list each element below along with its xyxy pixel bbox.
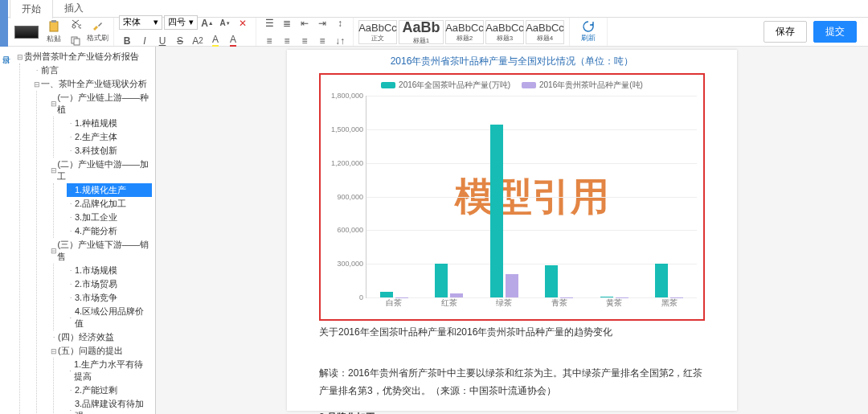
outline-node[interactable]: ⊟一、茶叶全产业链现状分析: [33, 77, 152, 91]
outline-node-label: 2.品牌化加工: [75, 198, 126, 210]
grow-font-button[interactable]: A▲: [199, 15, 215, 31]
outline-node-label: 3.市场竞争: [75, 292, 117, 304]
outline-node[interactable]: ·(四）经济效益: [50, 330, 152, 344]
section-heading-2: 2.品牌化加工: [319, 411, 705, 414]
paste-button[interactable]: 粘贴: [43, 20, 65, 44]
line-spacing-button[interactable]: ↕: [332, 15, 348, 31]
outline-node-label: 2.生产主体: [75, 131, 117, 143]
collapse-icon: ⊟: [33, 80, 41, 88]
bar: [435, 264, 448, 297]
save-button[interactable]: 保存: [764, 21, 807, 43]
document-page: 2016年贵州省茶叶品种产量与全国对比情况（单位：吨） 2016年全国茶叶品种产…: [287, 50, 737, 411]
style-label: 正文: [371, 34, 384, 43]
outline-node-label: 4.产能分析: [75, 225, 117, 237]
cut-button[interactable]: [68, 15, 84, 31]
outline-node[interactable]: ·前言: [33, 64, 152, 77]
style-preview: AaBbCc: [445, 22, 484, 34]
outline-node[interactable]: ·3.加工企业: [67, 211, 152, 224]
y-axis-tick-label: 600,000: [326, 226, 363, 234]
outline-node-label: (三）产业链下游——销售: [57, 239, 152, 263]
outline-node[interactable]: ·1.规模化生产: [67, 183, 152, 197]
outline-node[interactable]: ·2.市场贸易: [67, 277, 152, 291]
chevron-down-icon: ▾: [154, 17, 158, 27]
bar-group: [587, 96, 642, 297]
preview-swatch: [14, 26, 39, 39]
clipboard-icon: [47, 20, 60, 33]
x-axis-tick-label: 红茶: [441, 297, 457, 309]
style-label: 标题4: [537, 34, 553, 43]
font-size-select[interactable]: 四号▾: [164, 15, 198, 30]
outline-node[interactable]: ⊟(三）产业链下游——销售: [50, 238, 152, 264]
bullet-icon: ·: [67, 294, 75, 301]
bar: [545, 265, 558, 297]
outline-node-label: 1.规模化生产: [75, 184, 126, 196]
submit-button[interactable]: 提交: [813, 21, 857, 43]
workspace: 目录 ⊟贵州普茶叶全产业链分析报告·前言⊟一、茶叶全产业链现状分析⊟(一）产业链…: [0, 47, 868, 414]
style-preview: AaBbCc: [358, 22, 397, 34]
bullet-icon: ·: [67, 120, 75, 127]
numbering-button[interactable]: ≣: [279, 15, 295, 31]
chart-title: 2016年贵州省茶叶品种产量与全国对比情况（单位：吨）: [319, 55, 705, 68]
style-h1[interactable]: AaBb标题1: [399, 20, 444, 44]
bullet-icon: ·: [67, 367, 74, 375]
bar: [506, 274, 518, 297]
outline-node-label: (一）产业链上游——种植: [57, 92, 152, 116]
outline-node-label: 3.加工企业: [75, 211, 117, 223]
outline-node[interactable]: ⊟(五）问题的提出: [50, 344, 152, 358]
style-h3[interactable]: AaBbCc标题3: [485, 20, 524, 44]
outline-node[interactable]: ·1.市场规模: [67, 264, 152, 277]
clear-format-button[interactable]: ✕: [235, 15, 251, 31]
clipboard-group: 粘贴 格式刷: [10, 18, 114, 46]
style-label: 标题1: [413, 36, 429, 45]
chevron-down-icon: ▾: [189, 17, 194, 27]
outline-node[interactable]: ·3.市场竞争: [67, 291, 152, 305]
y-axis-tick-label: 300,000: [326, 260, 363, 268]
ribbon: 粘贴 格式刷 宋体▾ 四号▾ A▲ A▼ ✕ B I U S A2: [0, 18, 868, 47]
outline-node[interactable]: ·1.种植规模: [67, 117, 152, 130]
style-body[interactable]: AaBbCc正文: [358, 20, 397, 44]
outline-node[interactable]: ·4.区域公用品牌价值: [67, 305, 152, 330]
legend-item-guizhou: 2016年贵州茶叶品种产量(吨): [522, 80, 643, 91]
y-axis-tick-label: 900,000: [326, 193, 363, 201]
brush-icon: [92, 21, 103, 32]
outdent-button[interactable]: ⇤: [297, 15, 313, 31]
copy-icon: [70, 35, 81, 47]
outline-node[interactable]: ·4.产能分析: [67, 224, 152, 238]
outline-node[interactable]: ⊟(一）产业链上游——种植: [50, 91, 152, 117]
x-axis-tick-label: 黑茶: [661, 297, 678, 309]
outline-node-label: 3.品牌建设有待加强: [75, 398, 152, 414]
refresh-button[interactable]: 刷新: [575, 20, 602, 43]
bars-layer: [366, 96, 697, 297]
document-stage[interactable]: 2016年贵州省茶叶品种产量与全国对比情况（单位：吨） 2016年全国茶叶品种产…: [156, 47, 868, 414]
outline-node[interactable]: ·3.科技创新: [67, 144, 152, 158]
collapse-icon: ⊟: [50, 247, 57, 255]
bullet-icon: ·: [67, 214, 75, 221]
outline-node[interactable]: ·2.生产主体: [67, 130, 152, 144]
legend-label: 2016年贵州茶叶品种产量(吨): [539, 80, 643, 91]
outline-node[interactable]: ·2.品牌化加工: [67, 197, 152, 211]
document-outline-tree: ⊟贵州普茶叶全产业链分析报告·前言⊟一、茶叶全产业链现状分析⊟(一）产业链上游—…: [11, 47, 155, 414]
outline-panel[interactable]: 目录 ⊟贵州普茶叶全产业链分析报告·前言⊟一、茶叶全产业链现状分析⊟(一）产业链…: [0, 47, 156, 414]
style-label: 标题3: [497, 34, 513, 43]
outline-node[interactable]: ·2.产能过剩: [67, 383, 152, 397]
font-family-select[interactable]: 宋体▾: [119, 15, 162, 30]
bullet-icon: ·: [33, 67, 41, 74]
style-h2[interactable]: AaBbCc标题2: [445, 20, 484, 44]
outline-node[interactable]: ⊟贵州普茶叶全产业链分析报告: [16, 50, 152, 64]
bullets-button[interactable]: ☰: [261, 15, 277, 31]
outline-node-label: 贵州普茶叶全产业链分析报告: [24, 51, 139, 63]
outline-node[interactable]: ·1.生产力水平有待提高: [67, 358, 152, 383]
shrink-font-button[interactable]: A▼: [217, 15, 233, 31]
outline-node-label: 1.生产力水平有待提高: [74, 359, 152, 383]
bar: [450, 293, 463, 297]
style-h4[interactable]: AaBbCc标题4: [526, 20, 564, 44]
outline-node-label: 2.产能过剩: [75, 384, 117, 396]
tab-start[interactable]: 开始: [10, 0, 53, 18]
format-painter-button[interactable]: 格式刷: [86, 20, 108, 44]
outline-node-label: 2.市场贸易: [75, 278, 117, 290]
indent-button[interactable]: ⇥: [314, 15, 330, 31]
chart-caption: 关于2016年全国茶叶品种产量和2016年贵州茶叶品种产量的趋势变化: [319, 326, 705, 339]
outline-node[interactable]: ·3.品牌建设有待加强: [67, 397, 152, 414]
outline-node-label: 前言: [41, 64, 59, 76]
outline-node[interactable]: ⊟(二）产业链中游——加工: [50, 158, 152, 183]
